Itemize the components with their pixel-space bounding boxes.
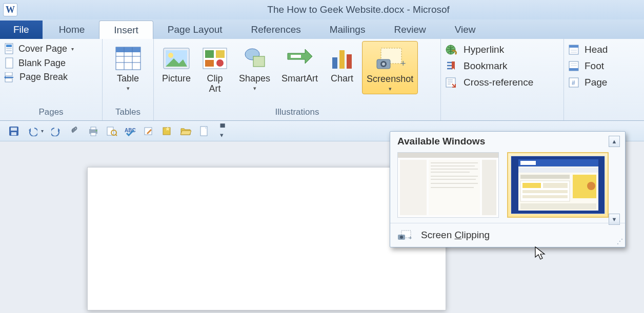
group-header-footer: Head Foot # Page xyxy=(564,39,636,120)
group-tables-label: Tables xyxy=(107,105,149,120)
blank-doc-icon[interactable] xyxy=(198,126,210,137)
footer-button[interactable]: Foot xyxy=(568,60,608,72)
svg-rect-6 xyxy=(5,78,12,82)
chart-label: Chart xyxy=(331,74,353,84)
bookmark-icon xyxy=(445,60,458,72)
bookmark-label: Bookmark xyxy=(464,60,508,72)
blank-page-button[interactable]: Blank Page xyxy=(4,57,74,69)
screenshot-icon: + xyxy=(375,44,406,74)
clip-art-button[interactable]: ClipArt xyxy=(198,41,232,96)
open-icon[interactable] xyxy=(180,126,191,137)
svg-point-83 xyxy=(400,236,403,239)
group-illustrations-label: Illustrations xyxy=(158,105,436,120)
svg-rect-26 xyxy=(347,54,352,69)
svg-rect-58 xyxy=(482,160,496,215)
svg-rect-79 xyxy=(522,195,568,198)
tab-file[interactable]: File xyxy=(0,20,43,39)
svg-rect-45 xyxy=(91,133,96,136)
picture-button[interactable]: Picture xyxy=(158,41,195,86)
chart-button[interactable]: Chart xyxy=(325,41,359,86)
svg-text:+: + xyxy=(400,58,406,69)
clip-art-icon xyxy=(202,43,228,74)
svg-rect-23 xyxy=(291,55,301,58)
redo-icon[interactable] xyxy=(51,126,62,137)
group-pages: Cover Page ▾ Blank Page Page Break Pages xyxy=(0,39,103,120)
save-icon[interactable] xyxy=(8,126,19,137)
svg-rect-22 xyxy=(253,56,265,67)
mouse-cursor-icon xyxy=(534,246,547,261)
tab-references[interactable]: References xyxy=(237,20,315,39)
footer-icon xyxy=(568,60,579,72)
header-label: Head xyxy=(585,44,608,55)
screenshot-dropdown: Available Windows ▲ xyxy=(390,131,626,247)
page-number-icon: # xyxy=(568,77,579,88)
svg-rect-3 xyxy=(6,50,12,51)
print-icon[interactable] xyxy=(88,126,99,137)
new-icon[interactable] xyxy=(162,126,173,137)
screenshot-button[interactable]: + Screenshot▾ xyxy=(362,41,418,94)
title-bar: W The How to Geek Website.docx - Microso… xyxy=(0,0,644,19)
page-break-button[interactable]: Page Break xyxy=(4,72,74,82)
chart-icon xyxy=(329,43,355,74)
scroll-up-button[interactable]: ▲ xyxy=(609,136,620,147)
clip-art-label-1: Clip xyxy=(207,73,223,84)
svg-text:#: # xyxy=(572,79,575,87)
cross-reference-label: Cross-reference xyxy=(464,77,533,88)
dropdown-arrow-icon[interactable]: ▾ xyxy=(41,128,44,134)
svg-rect-18 xyxy=(216,50,225,58)
screen-clipping-label-post: lipping xyxy=(461,229,490,240)
customize-qat-icon[interactable]: ▀▾ xyxy=(217,126,228,137)
ribbon-tabs: File Home Insert Page Layout References … xyxy=(0,19,644,39)
svg-rect-41 xyxy=(11,128,17,131)
screen-clipping-button[interactable]: Screen Clipping xyxy=(421,229,490,241)
tab-review[interactable]: Review xyxy=(379,20,440,39)
svg-rect-70 xyxy=(520,161,536,165)
svg-rect-25 xyxy=(339,50,345,69)
tab-view[interactable]: View xyxy=(440,20,490,39)
print-preview-icon[interactable] xyxy=(106,126,117,137)
tab-page-layout[interactable]: Page Layout xyxy=(153,20,237,39)
thumbnail-preview-icon xyxy=(398,153,498,217)
screen-clipping-accelerator: C xyxy=(454,229,461,240)
hyperlink-button[interactable]: Hyperlink xyxy=(445,44,533,55)
spellcheck-icon[interactable]: ABC xyxy=(125,126,136,137)
app-icon[interactable]: W xyxy=(3,3,17,16)
tab-home[interactable]: Home xyxy=(45,20,99,39)
page-number-button[interactable]: # Page xyxy=(568,77,608,88)
hyperlink-label: Hyperlink xyxy=(464,44,504,55)
svg-line-49 xyxy=(115,134,117,136)
table-button[interactable]: Table▾ xyxy=(111,41,146,93)
dropdown-arrow-icon: ▾ xyxy=(239,85,270,91)
svg-rect-17 xyxy=(205,50,214,58)
shapes-button[interactable]: Shapes▾ xyxy=(235,41,274,93)
undo-icon[interactable] xyxy=(27,126,38,137)
screen-clipping-icon: + xyxy=(397,229,412,241)
resize-grip-icon[interactable]: ⋰ xyxy=(617,238,622,245)
svg-rect-71 xyxy=(518,168,598,173)
group-illustrations: Picture ClipArt Shapes▾ SmartArt xyxy=(154,39,441,120)
tab-insert[interactable]: Insert xyxy=(99,20,153,39)
svg-text:+: + xyxy=(409,235,412,241)
cross-reference-button[interactable]: Cross-reference xyxy=(445,77,533,88)
svg-rect-5 xyxy=(5,72,12,76)
cover-page-button[interactable]: Cover Page ▾ xyxy=(4,43,74,54)
edit-icon[interactable] xyxy=(143,126,154,137)
group-pages-label: Pages xyxy=(4,105,98,120)
tab-mailings[interactable]: Mailings xyxy=(315,20,380,39)
page-number-label: Page xyxy=(585,77,607,88)
group-links: Hyperlink Bookmark Cross-reference xyxy=(441,39,564,120)
svg-rect-1 xyxy=(6,45,12,47)
svg-rect-35 xyxy=(569,45,578,48)
svg-rect-80 xyxy=(520,203,596,210)
clip-art-label-2: Art xyxy=(209,84,221,94)
window-thumbnail-2[interactable] xyxy=(507,152,609,218)
table-label: Table xyxy=(117,73,139,84)
header-button[interactable]: Head xyxy=(568,44,608,55)
bookmark-button[interactable]: Bookmark xyxy=(445,60,533,72)
svg-rect-55 xyxy=(398,153,498,158)
hyperlink-icon xyxy=(445,44,458,55)
available-windows-label: Available Windows xyxy=(397,136,485,147)
smartart-button[interactable]: SmartArt xyxy=(277,41,322,86)
window-thumbnail-1[interactable] xyxy=(397,152,499,218)
attach-icon[interactable] xyxy=(69,126,80,137)
